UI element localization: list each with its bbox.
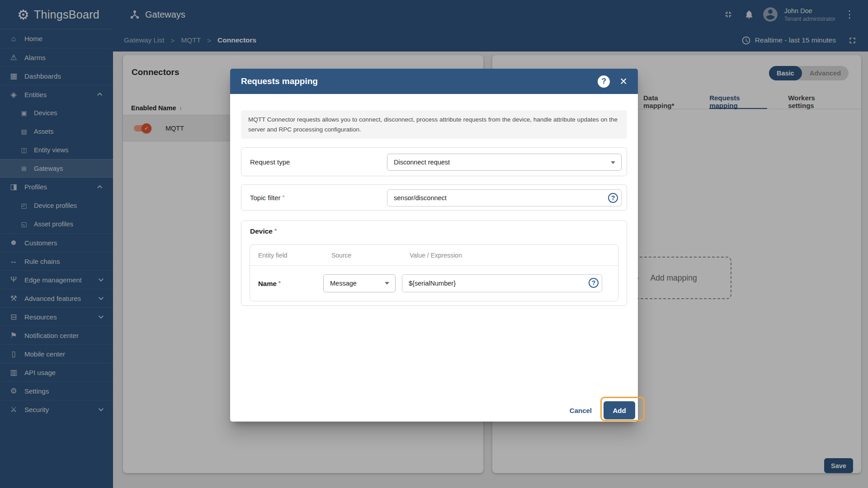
device-section-title: Device* <box>250 227 627 235</box>
topic-filter-label: Topic filter* <box>250 194 285 202</box>
device-mapping-table: Entity field Source Value / Expression N… <box>250 244 618 301</box>
device-section: Device* Entity field Source Value / Expr… <box>241 221 627 306</box>
dialog-close-icon[interactable]: × <box>620 75 627 88</box>
request-type-value: Disconnect request <box>387 159 450 166</box>
required-marker: * <box>274 227 277 234</box>
request-type-section: Request type Disconnect request <box>241 147 627 176</box>
expression-input[interactable]: ${serialNumber} ? <box>402 274 602 292</box>
cancel-button[interactable]: Cancel <box>570 407 592 414</box>
expression-value: ${serialNumber} <box>402 280 456 287</box>
topic-filter-input[interactable]: sensor/disconnect ? <box>387 189 622 206</box>
dialog-footer: Cancel Add <box>570 401 635 419</box>
entity-field-name: Name* <box>258 280 323 287</box>
app-root: ⚙ ThingsBoard Gateways John Doe Tenant a… <box>0 0 868 488</box>
expression-help-icon[interactable]: ? <box>589 278 599 288</box>
topic-filter-value: sensor/disconnect <box>387 194 447 202</box>
request-type-select[interactable]: Disconnect request <box>387 154 622 171</box>
dialog-help-icon[interactable]: ? <box>598 75 610 88</box>
dialog-body: MQTT Connector requests allows you to co… <box>230 110 638 306</box>
column-source: Source <box>331 252 410 259</box>
dropdown-caret-icon <box>385 282 389 285</box>
dialog-info-banner: MQTT Connector requests allows you to co… <box>241 110 627 139</box>
requests-mapping-dialog: Requests mapping ? × MQTT Connector requ… <box>230 69 638 422</box>
device-table-row: Name* Message ${serialNumber} ? <box>250 266 618 301</box>
source-value: Message <box>324 280 357 287</box>
source-select[interactable]: Message <box>323 274 396 292</box>
required-marker: * <box>283 194 285 201</box>
topic-filter-help-icon[interactable]: ? <box>608 193 618 203</box>
topic-filter-section: Topic filter* sensor/disconnect ? <box>241 184 627 211</box>
dropdown-caret-icon <box>611 161 615 164</box>
column-entity-field: Entity field <box>258 252 331 259</box>
dialog-header: Requests mapping ? × <box>230 69 638 94</box>
device-table-header: Entity field Source Value / Expression <box>250 245 618 266</box>
required-marker: * <box>278 280 281 286</box>
add-button[interactable]: Add <box>604 401 635 419</box>
request-type-label: Request type <box>250 158 290 166</box>
dialog-title: Requests mapping <box>241 76 598 86</box>
column-value-expression: Value / Expression <box>410 252 462 259</box>
